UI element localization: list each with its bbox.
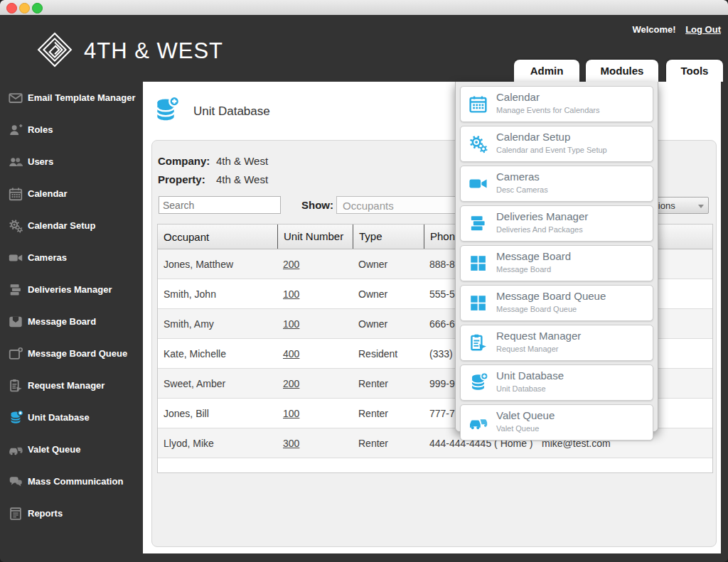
cell-type: Owner [353,288,424,300]
menu-item-title: Request Manager [496,330,581,342]
company-label: Company: [158,155,210,167]
unit-number-link[interactable]: 200 [283,378,299,389]
tab-admin[interactable]: Admin [514,60,579,82]
sidebar-item-label: Users [28,156,53,167]
sidebar-item-label: Unit Database [28,412,90,423]
sidebar-item-label: Email Template Manager [28,92,135,103]
menu-item-valet-queue[interactable]: Valet Queue Valet Queue [460,404,653,441]
menu-item-calendar-setup[interactable]: Calendar Setup Calendar and Event Type S… [460,126,653,162]
inbox-plus-icon [8,346,23,362]
property-value: 4th & West [216,173,268,185]
search-input[interactable] [159,196,281,214]
inbox-icon [8,314,23,330]
unit-number-link[interactable]: 400 [283,348,299,360]
menu-item-subtitle: Deliveries And Packages [496,225,583,234]
sidebar-item-roles[interactable]: Roles [0,114,143,146]
window-titlebar [0,0,728,16]
clipboard-icon [8,378,23,394]
sidebar-item-message-board-queue[interactable]: Message Board Queue [0,337,143,369]
grid-icon [468,253,488,274]
show-select-value: Occupants [343,200,394,212]
tab-modules[interactable]: Modules [586,60,658,82]
sidebar-item-email-template-manager[interactable]: Email Template Manager [0,82,143,114]
logout-link[interactable]: Log Out [685,24,721,35]
clipboard-icon [468,333,488,353]
cell-occupant: Kate, Michelle [158,348,277,360]
gears-icon [468,134,488,154]
unit-number-link[interactable]: 300 [283,438,299,449]
sidebar-item-label: Mass Communication [28,476,123,487]
cell-occupant: Jones, Bill [158,408,277,419]
sidebar-item-label: Message Board [28,316,96,327]
camera-icon [468,173,488,194]
sidebar-item-label: Valet Queue [28,444,80,455]
sidebar-item-label: Request Manager [28,380,105,391]
menu-item-subtitle: Manage Events for Calendars [496,106,600,114]
show-label: Show: [301,199,333,211]
sidebar-item-valet-queue[interactable]: Valet Queue [0,433,143,465]
sidebar-item-label: Message Board Queue [28,348,127,359]
brand-name: 4TH & WEST [84,38,223,64]
menu-item-title: Message Board Queue [496,290,606,302]
sidebar-item-label: Reports [28,508,63,519]
menu-item-cameras[interactable]: Cameras Desc Cameras [460,166,653,202]
menu-item-title: Deliveries Manager [496,210,588,222]
menu-item-message-board[interactable]: Message Board Message Board [460,245,653,281]
cell-occupant: Sweet, Amber [158,378,277,389]
unit-database-icon [151,96,180,124]
sidebar-item-message-board[interactable]: Message Board [0,306,143,337]
cell-type: Resident [353,348,424,360]
menu-item-unit-database[interactable]: Unit Database Unit Database [460,364,653,401]
app-footer [0,553,728,562]
minimize-window-button[interactable] [19,3,30,13]
menu-item-title: Message Board [496,250,571,262]
maximize-window-button[interactable] [32,3,43,13]
close-window-button[interactable] [6,3,17,13]
cars-icon [8,442,23,458]
modules-dropdown-menu: Calendar Manage Events for Calendars Cal… [455,82,658,432]
cell-occupant: Smith, John [158,288,277,300]
menu-item-deliveries-manager[interactable]: Deliveries Manager Deliveries And Packag… [460,205,653,242]
sidebar-item-calendar[interactable]: Calendar [0,178,143,210]
sidebar-item-deliveries-manager[interactable]: Deliveries Manager [0,274,143,306]
sidebar-item-label: Calendar Setup [28,220,95,231]
menu-item-title: Calendar Setup [496,131,570,143]
chat-icon [8,474,23,490]
unit-number-link[interactable]: 100 [283,408,299,419]
brand-logo-icon [37,32,73,67]
unit-number-link[interactable]: 200 [283,259,299,270]
unit-number-link[interactable]: 100 [283,318,299,330]
tab-tools[interactable]: Tools [666,60,723,82]
sidebar-item-label: Deliveries Manager [28,284,112,295]
calendar-icon [468,94,488,114]
sidebar-item-reports[interactable]: Reports [0,497,143,529]
sidebar-item-request-manager[interactable]: Request Manager [0,369,143,401]
boxes-icon [8,282,23,298]
show-occupants-select[interactable]: Occupants [336,196,461,214]
menu-item-title: Cameras [496,171,540,183]
company-value: 4th & West [216,155,268,167]
gears-icon [8,218,23,234]
menu-item-calendar[interactable]: Calendar Manage Events for Calendars [460,86,653,122]
calendar-icon [8,186,23,202]
camera-icon [8,250,23,266]
sidebar-item-mass-communication[interactable]: Mass Communication [0,465,143,497]
sidebar-item-cameras[interactable]: Cameras [0,242,143,274]
menu-item-subtitle: Valet Queue [496,424,539,433]
unit-number-link[interactable]: 100 [283,288,299,300]
sidebar-item-users[interactable]: Users [0,146,143,178]
database-plus-icon [468,372,488,393]
menu-item-request-manager[interactable]: Request Manager Request Manager [460,325,653,361]
cell-type: Renter [353,438,424,449]
sidebar-item-label: Cameras [28,252,67,263]
sidebar-item-calendar-setup[interactable]: Calendar Setup [0,210,143,242]
menu-item-message-board-queue[interactable]: Message Board Queue Message Board Queue [460,285,653,321]
cell-type: Renter [353,408,424,419]
cell-occupant: Jones, Matthew [158,259,277,270]
table-empty-row [158,458,712,472]
header-occupant: Occupant [158,231,277,243]
app-window: 4TH & WEST Welcome! Log Out Admin Module… [0,0,728,562]
users-icon [8,154,23,170]
database-plus-icon [8,410,23,426]
sidebar-item-unit-database[interactable]: Unit Database [0,401,143,433]
